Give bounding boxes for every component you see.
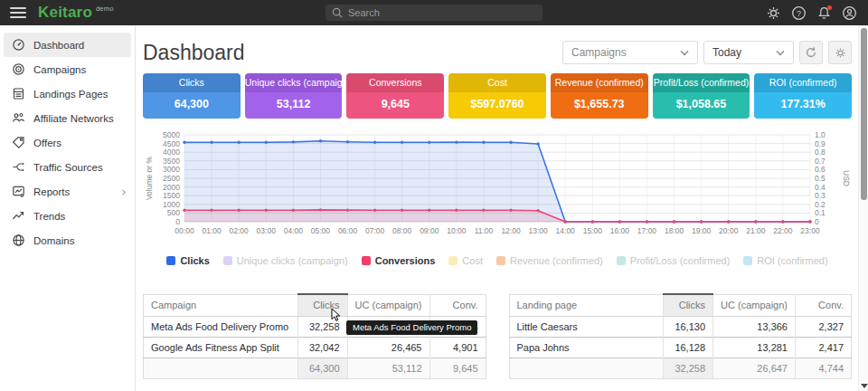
svg-text:1500: 1500 bbox=[163, 191, 180, 200]
sidebar-item-affiliate-networks[interactable]: Affiliate Networks bbox=[4, 106, 131, 130]
topbar: Keitaro demo ? bbox=[0, 0, 868, 25]
table-row[interactable]: Google Ads Fitness App Split32,04226,465… bbox=[144, 337, 486, 358]
totals-cell bbox=[144, 358, 298, 378]
logo-text: Keitaro bbox=[38, 4, 92, 22]
main-content: Dashboard Campaigns Today Clicks64,300Un bbox=[136, 25, 868, 391]
stat-card-label: Revenue (confirmed) bbox=[551, 73, 648, 92]
legend-item[interactable]: Unique clicks (campaign) bbox=[223, 255, 348, 266]
table-cell: 26,465 bbox=[347, 337, 429, 358]
help-icon[interactable]: ? bbox=[791, 5, 807, 21]
date-range-select[interactable]: Today bbox=[703, 41, 794, 64]
legend-swatch bbox=[617, 256, 626, 265]
stat-card: Profit/Loss (confirmed)$1,058.65 bbox=[653, 73, 750, 119]
svg-text:USD: USD bbox=[842, 170, 851, 186]
svg-text:1.0: 1.0 bbox=[815, 130, 826, 139]
legend-item[interactable]: Clicks bbox=[166, 255, 209, 266]
traffic-sources-icon bbox=[12, 160, 25, 174]
svg-text:16:00: 16:00 bbox=[610, 226, 630, 235]
stat-card-value: 64,300 bbox=[143, 92, 241, 119]
page-title: Dashboard bbox=[143, 41, 245, 65]
svg-text:2000: 2000 bbox=[163, 183, 180, 192]
column-header[interactable]: Clicks bbox=[664, 294, 713, 316]
svg-text:03:00: 03:00 bbox=[257, 226, 277, 235]
stat-card: Clicks64,300 bbox=[143, 73, 241, 119]
column-header[interactable]: UC (campaign) bbox=[713, 294, 796, 316]
summary-tables: CampaignClicksUC (campaign)Conv.Meta Ads… bbox=[143, 293, 852, 379]
stat-card-label: Profit/Loss (confirmed) bbox=[653, 73, 750, 92]
svg-text:0.4: 0.4 bbox=[815, 183, 826, 192]
svg-text:0.2: 0.2 bbox=[815, 200, 826, 209]
table-cell[interactable]: Papa Johns bbox=[509, 337, 664, 358]
table-cell[interactable]: Little Caesars bbox=[509, 316, 664, 337]
svg-text:5000: 5000 bbox=[163, 130, 180, 139]
stat-card-value: $1,655.73 bbox=[551, 92, 648, 119]
legend-label: Conversions bbox=[375, 255, 436, 266]
sidebar-item-dashboard[interactable]: Dashboard bbox=[4, 33, 131, 57]
sidebar-item-label: Trends bbox=[33, 211, 126, 222]
stat-card: Cost$597.0760 bbox=[448, 73, 546, 119]
table-header-row: Landing pageClicksUC (campaign)Conv. bbox=[509, 294, 852, 316]
sidebar-item-traffic-sources[interactable]: Traffic Sources bbox=[4, 155, 131, 179]
table-cell[interactable]: Meta Ads Food Delivery Promo bbox=[144, 316, 298, 337]
menu-toggle-icon[interactable] bbox=[10, 7, 26, 18]
totals-cell: 53,112 bbox=[347, 358, 429, 378]
svg-text:23:00: 23:00 bbox=[800, 226, 820, 235]
stat-card-value: 53,112 bbox=[245, 92, 343, 119]
svg-text:0.8: 0.8 bbox=[815, 148, 826, 157]
legend-item[interactable]: Conversions bbox=[362, 255, 436, 266]
scrollbar-thumb[interactable] bbox=[861, 28, 867, 200]
svg-text:17:00: 17:00 bbox=[637, 226, 657, 235]
app-logo[interactable]: Keitaro demo bbox=[38, 4, 114, 22]
scroll-down-arrow[interactable] bbox=[861, 384, 868, 388]
table-row[interactable]: Papa Johns16,12813,2812,417 bbox=[509, 337, 852, 358]
sidebar-item-trends[interactable]: Trends bbox=[4, 204, 131, 228]
stat-card-label: Cost bbox=[448, 73, 546, 92]
sidebar-item-campaigns[interactable]: Campaigns bbox=[4, 57, 131, 81]
stat-card: Revenue (confirmed)$1,655.73 bbox=[551, 73, 648, 119]
legend-item[interactable]: Cost bbox=[448, 255, 483, 266]
chevron-down-icon bbox=[776, 46, 785, 59]
column-header[interactable]: Clicks bbox=[297, 294, 347, 316]
legend-swatch bbox=[223, 256, 232, 265]
stat-card-label: Conversions bbox=[346, 73, 444, 92]
column-header[interactable]: Campaign bbox=[144, 294, 298, 316]
stat-card-value: 177.31% bbox=[754, 92, 852, 119]
global-search[interactable] bbox=[326, 5, 542, 21]
settings-icon[interactable] bbox=[766, 5, 781, 21]
stat-card-value: $597.0760 bbox=[448, 92, 546, 119]
campaign-filter-select[interactable]: Campaigns bbox=[562, 41, 698, 64]
stat-card-label: ROI (confirmed) bbox=[754, 73, 852, 92]
table-row[interactable]: Little Caesars16,13013,3662,327 bbox=[509, 316, 852, 337]
sidebar-item-domains[interactable]: Domains bbox=[4, 228, 131, 253]
search-input[interactable] bbox=[348, 7, 536, 18]
sidebar-item-label: Domains bbox=[33, 235, 126, 246]
totals-cell: 26,647 bbox=[713, 358, 796, 378]
dashboard-settings-button[interactable] bbox=[828, 41, 852, 64]
svg-text:4000: 4000 bbox=[163, 148, 180, 157]
column-header[interactable]: Landing page bbox=[509, 294, 664, 316]
account-icon[interactable] bbox=[842, 5, 857, 21]
stat-card: Unique clicks (campaign)53,112 bbox=[245, 73, 343, 119]
campaigns-table: CampaignClicksUC (campaign)Conv.Meta Ads… bbox=[143, 293, 486, 379]
svg-text:00:00: 00:00 bbox=[175, 226, 194, 235]
column-header[interactable]: Conv. bbox=[429, 294, 486, 316]
svg-text:2500: 2500 bbox=[163, 174, 180, 183]
sidebar-item-label: Reports bbox=[33, 186, 114, 197]
column-header[interactable]: UC (campaign) bbox=[347, 294, 429, 316]
chart-legend: ClicksUnique clicks (campaign)Conversion… bbox=[143, 255, 852, 266]
svg-text:18:00: 18:00 bbox=[665, 226, 684, 235]
notifications-bell-icon[interactable] bbox=[816, 5, 832, 21]
table-cell[interactable]: Google Ads Fitness App Split bbox=[144, 337, 298, 358]
sidebar-item-reports[interactable]: Reports› bbox=[4, 179, 131, 204]
column-header[interactable]: Conv. bbox=[796, 294, 852, 316]
legend-item[interactable]: ROI (confirmed) bbox=[743, 255, 827, 266]
refresh-button[interactable] bbox=[799, 41, 823, 64]
legend-item[interactable]: Profit/Loss (confirmed) bbox=[617, 255, 731, 266]
legend-item[interactable]: Revenue (confirmed) bbox=[496, 255, 603, 266]
stat-card: Conversions9,645 bbox=[346, 73, 444, 119]
sidebar-item-landings-pages[interactable]: Landings Pages bbox=[4, 81, 131, 106]
svg-text:20:00: 20:00 bbox=[719, 226, 739, 235]
svg-text:12:00: 12:00 bbox=[501, 226, 521, 235]
sidebar-item-offers[interactable]: Offers bbox=[4, 130, 131, 155]
domains-icon bbox=[12, 234, 25, 247]
